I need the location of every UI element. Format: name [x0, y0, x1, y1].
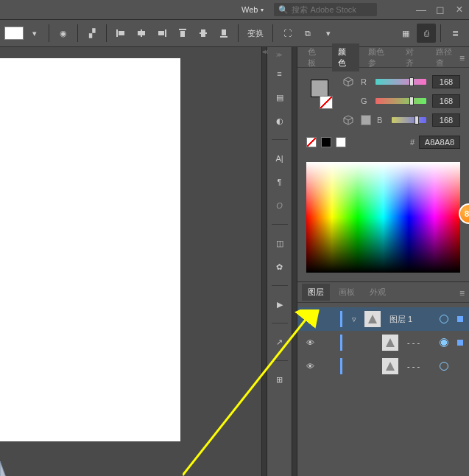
tab-layers[interactable]: 图层 — [302, 284, 330, 301]
align-top-icon[interactable] — [173, 24, 192, 43]
transform-label[interactable]: 变换 — [243, 28, 268, 39]
artboard[interactable] — [0, 58, 180, 441]
target-icon[interactable] — [440, 315, 448, 323]
properties-icon[interactable]: ≡ — [272, 66, 288, 82]
cube-icon — [343, 77, 353, 87]
dock-handle-icon[interactable]: ≫ — [276, 52, 283, 58]
brushes-icon[interactable]: ◐ — [272, 113, 288, 129]
fill-dropdown-icon[interactable]: ▾ — [25, 24, 44, 43]
isolate-icon[interactable]: ⛶ — [278, 24, 297, 43]
hex-prefix: # — [410, 138, 415, 147]
none-swatch-icon[interactable] — [320, 96, 333, 109]
b-value[interactable]: 168 — [432, 113, 460, 127]
svg-rect-11 — [222, 29, 226, 35]
close-button[interactable]: × — [450, 2, 469, 17]
crop-icon[interactable]: ▞ — [82, 24, 102, 43]
none-color-icon[interactable] — [306, 137, 317, 147]
white-swatch[interactable] — [336, 137, 346, 147]
visibility-icon[interactable]: 👁 — [303, 338, 317, 347]
minimize-button[interactable]: — — [412, 2, 431, 17]
svg-rect-4 — [165, 29, 166, 37]
panel-divider-2[interactable] — [292, 47, 297, 476]
group-icon[interactable]: ⧉ — [298, 24, 317, 43]
r-label: R — [361, 77, 370, 86]
web-safe-icon[interactable] — [361, 115, 371, 125]
tab-appearance[interactable]: 外观 — [364, 284, 392, 301]
settings-icon[interactable]: ✿ — [272, 259, 288, 275]
hex-value[interactable]: A8A8A8 — [419, 136, 460, 149]
layer-name[interactable]: - - - — [407, 362, 420, 371]
selection-indicator[interactable] — [457, 316, 463, 322]
shape-triangle[interactable] — [0, 461, 22, 476]
svg-marker-18 — [368, 315, 377, 323]
tab-color-guide[interactable]: 颜色参 — [362, 43, 397, 71]
panel-toggle-icon[interactable]: ⎙ — [417, 24, 436, 43]
svg-marker-20 — [386, 362, 395, 371]
svg-rect-7 — [180, 31, 185, 37]
align-left-icon[interactable] — [111, 24, 130, 43]
actions-icon[interactable]: ▶ — [272, 296, 288, 312]
color-spectrum[interactable] — [306, 162, 460, 273]
stock-search[interactable]: 🔍 — [274, 3, 377, 16]
swatch-icon[interactable]: ▤ — [272, 89, 288, 105]
g-slider[interactable] — [375, 98, 426, 104]
layer-name[interactable]: 图层 1 — [389, 314, 412, 325]
tab-color[interactable]: 颜色 — [332, 43, 359, 71]
paragraph-icon[interactable]: ¶ — [272, 174, 288, 190]
layer-thumbnail — [382, 358, 398, 374]
target-icon[interactable] — [440, 362, 448, 371]
layer-panel-menu-icon[interactable]: ≡ — [459, 288, 465, 298]
black-swatch[interactable] — [321, 137, 331, 147]
color-panel-tabs: 色板 颜色 颜色参 对齐 路径查 ≡ — [297, 47, 469, 68]
fill-swatch[interactable] — [4, 27, 24, 40]
canvas-area[interactable] — [0, 47, 261, 476]
panel-divider[interactable]: ≪ — [261, 47, 267, 476]
layer-row[interactable]: 👁- - - — [297, 354, 469, 378]
symbols-icon[interactable]: ◫ — [272, 235, 288, 251]
svg-marker-14 — [344, 77, 353, 82]
svg-rect-10 — [220, 36, 228, 38]
svg-rect-9 — [201, 29, 205, 37]
glyphs-icon[interactable]: O — [272, 197, 288, 214]
layer-row[interactable]: 👁▿图层 1 — [297, 307, 469, 331]
document-preset[interactable]: Web▾ — [241, 5, 264, 14]
svg-rect-5 — [158, 31, 164, 35]
cube-icon-2 — [343, 115, 353, 125]
target-icon[interactable] — [440, 338, 448, 347]
maximize-button[interactable]: ◻ — [431, 2, 450, 17]
artboard-tool-icon[interactable]: ⊞ — [272, 371, 288, 388]
visibility-icon[interactable]: 👁 — [303, 315, 317, 323]
svg-rect-3 — [138, 31, 145, 35]
grid-view-icon[interactable]: ▦ — [396, 24, 415, 43]
g-value[interactable]: 168 — [432, 94, 460, 108]
b-slider[interactable] — [392, 117, 426, 123]
layer-color-bar — [340, 358, 342, 374]
r-value[interactable]: 168 — [432, 75, 460, 88]
align-right-icon[interactable] — [152, 24, 172, 43]
more-dropdown-icon[interactable]: ▾ — [319, 24, 338, 43]
tab-artboards[interactable]: 画板 — [333, 284, 361, 301]
panel-menu-icon[interactable]: ≡ — [459, 53, 465, 63]
r-slider[interactable] — [375, 79, 426, 85]
align-vcenter-icon[interactable] — [194, 24, 213, 43]
layer-panel-tabs: 图层 画板 外观 ≡ — [297, 282, 469, 303]
selection-indicator[interactable] — [457, 340, 463, 346]
search-icon: 🔍 — [278, 5, 289, 15]
align-hcenter-icon[interactable] — [132, 24, 151, 43]
search-input[interactable] — [292, 5, 373, 14]
title-bar: Web▾ 🔍 — ◻ × — [0, 0, 469, 19]
tab-swatches[interactable]: 色板 — [302, 43, 329, 71]
visibility-icon[interactable]: 👁 — [303, 362, 317, 371]
disclosure-icon[interactable]: ▿ — [348, 315, 360, 324]
color-panel: R 168 G 168 B 168 — [297, 68, 469, 155]
layer-row[interactable]: 👁- - - — [297, 331, 469, 354]
tab-align[interactable]: 对齐 — [400, 43, 427, 71]
list-menu-icon[interactable]: ≣ — [445, 24, 465, 43]
layer-name[interactable]: - - - — [407, 338, 420, 347]
type-icon[interactable]: A| — [272, 150, 288, 167]
fill-color-swatch[interactable] — [311, 80, 328, 97]
opacity-icon[interactable]: ◉ — [54, 24, 73, 43]
export-icon[interactable]: ↗ — [272, 334, 288, 350]
align-bottom-icon[interactable] — [214, 24, 233, 43]
svg-rect-1 — [119, 31, 124, 35]
